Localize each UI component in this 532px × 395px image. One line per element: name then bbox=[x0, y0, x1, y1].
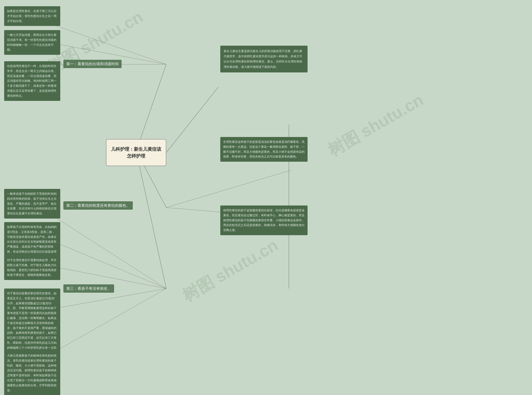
branch1-node3: 但是病理性黄疸不一样，出现的时间非常早，而且生后一两天之内就会出现，而且迅速加重… bbox=[4, 61, 60, 101]
branch3-node5: 大家注意观察孩子的精神还有吃奶的情况，母乳性黄疸或者生理性黄疸的孩子吃奶、睡觉、… bbox=[4, 351, 60, 395]
branch2-label-text: 第二：看黄疸的程度还有黄疸的颜色。 bbox=[66, 203, 130, 208]
right-intro-box: 新生儿黄疸主要是因为新生儿的肝脏功能发育不完善，胆红素代谢异常，血中的胆红素浓度… bbox=[220, 46, 308, 72]
watermark-2: 树图 shutu.cn bbox=[324, 89, 428, 162]
right-intro-text: 新生儿黄疸主要是因为新生儿的肝脏功能发育不完善，胆红素代谢异常，血中的胆红素浓度… bbox=[224, 49, 302, 68]
branch1-label: 第一：看黄疸的出现和消退时间 bbox=[63, 60, 122, 68]
branch2-node2: 病理性黄疸的孩子皮肤颜色黄的比较深，往往是橘黄色或者是金黄色，而且黄疸会过膝过肘… bbox=[220, 205, 308, 235]
branch1-node2: 一般七天开始消退，两周左右大部分黄疸消退干净。有一些母乳性黄疸消退的时间稍微晚一… bbox=[4, 30, 60, 55]
watermark-3: 树图 shutu.cn bbox=[178, 234, 282, 307]
branch2-node1: 生理性黄疸这种孩子的皮肤是浅淡的黄色或者是浅柠檬黄色，巩膜轻度有一点黄染。但是这… bbox=[220, 137, 308, 162]
branch3-label-text: 第三：看孩子有没有病史。 bbox=[66, 286, 111, 291]
branch3-node1: 一般来说孩子在妈妈肚子里面的时候妈妈没有特殊的疾病，孩子没有出生之后室息、严重的… bbox=[4, 189, 60, 219]
svg-line-0 bbox=[137, 64, 166, 148]
central-title: 儿科护理：新生儿黄疸该怎样护理 bbox=[111, 146, 161, 159]
branch3-node3: 对于生理性黄疸不需要特殊处理，早开奶防止孩子饥饿。对于新生儿吸吮力比较弱的，要把… bbox=[4, 255, 60, 280]
svg-line-13 bbox=[166, 87, 218, 153]
branch2-label: 第二：看黄疸的程度还有黄疸的颜色。 bbox=[63, 201, 133, 210]
svg-line-2 bbox=[137, 156, 166, 289]
branch1-label-text: 第一：看黄疸的出现和消退时间 bbox=[66, 62, 119, 66]
svg-line-6 bbox=[166, 170, 291, 208]
branch1-node1: 如果是生理性黄疸，在孩子两三天以后才开始出现；母乳性黄疸出生之后一周才开始出现。 bbox=[4, 6, 60, 26]
branch3-label: 第三：看孩子有没有病史。 bbox=[63, 284, 114, 293]
central-node: 儿科护理：新生儿黄疸该怎样护理 bbox=[106, 139, 166, 166]
